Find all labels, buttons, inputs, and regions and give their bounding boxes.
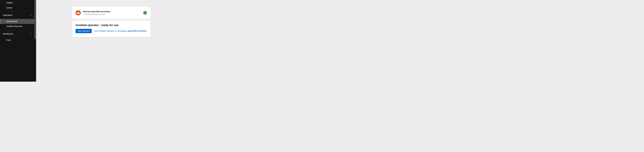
svg-point-1 <box>78 12 78 12</box>
svg-point-6 <box>78 12 79 12</box>
svg-point-3 <box>79 12 79 12</box>
sidebar-item-label: Installed Operators <box>6 25 22 27</box>
svg-rect-7 <box>77 13 80 14</box>
operator-status-card: Installed operator - ready for use View … <box>72 20 150 37</box>
sidebar-item-explore[interactable]: Explore <box>0 0 34 5</box>
chevron-down-icon <box>30 33 32 35</box>
operator-title: Red Hat OpenShift Serverless <box>83 10 143 13</box>
status-title: Installed operator - ready for use <box>76 23 147 27</box>
sidebar-section-workloads[interactable]: Workloads <box>0 30 34 37</box>
sidebar-item-installed-operators[interactable]: Installed Operators <box>0 24 34 30</box>
main-content: Red Hat OpenShift Serverless 1.13.0 prov… <box>36 0 346 81</box>
sidebar-item-events[interactable]: Events <box>0 5 34 12</box>
sidebar-item-label: Explore <box>6 2 13 4</box>
sidebar: Explore Events Operators OperatorHub Ins… <box>0 0 36 81</box>
view-operator-button[interactable]: View Operator <box>76 29 92 33</box>
operator-summary-card: Red Hat OpenShift Serverless 1.13.0 prov… <box>72 7 150 19</box>
sidebar-item-label: Pods <box>6 39 11 41</box>
sidebar-section-label: Workloads <box>3 33 13 35</box>
operator-subtitle: 1.13.0 provided by Red Hat <box>83 13 143 15</box>
operator-product-icon <box>76 10 81 16</box>
svg-point-5 <box>78 12 78 12</box>
sidebar-scrollbar[interactable] <box>34 0 36 39</box>
success-check-icon <box>143 11 147 14</box>
sidebar-item-pods[interactable]: Pods <box>0 38 34 43</box>
sidebar-section-operators[interactable]: Operators <box>0 12 34 19</box>
link-text-prefix: View Installed Operators in namespace <box>94 30 128 32</box>
sidebar-item-operatorhub[interactable]: OperatorHub <box>0 19 34 24</box>
view-installed-operators-link[interactable]: View Installed Operators in namespace op… <box>94 30 146 32</box>
sidebar-section-label: Operators <box>3 14 12 16</box>
link-namespace: openshift-serverless <box>128 30 146 32</box>
sidebar-item-label: OperatorHub <box>6 20 18 22</box>
svg-point-2 <box>78 12 78 12</box>
svg-point-4 <box>77 12 78 12</box>
sidebar-item-label: Events <box>6 7 12 9</box>
chevron-down-icon <box>30 14 32 16</box>
